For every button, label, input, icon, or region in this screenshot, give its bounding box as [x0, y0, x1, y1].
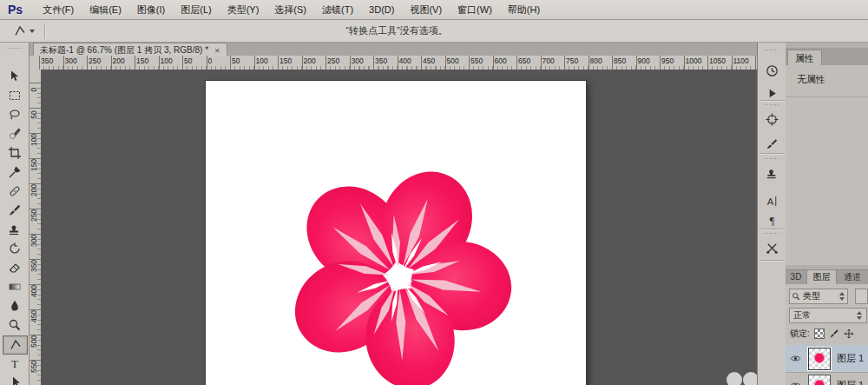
type-tool[interactable]: T [3, 355, 26, 372]
tab-layers[interactable]: 图层 [807, 269, 837, 285]
layer-row[interactable]: 图层 1 [786, 372, 868, 385]
blend-mode-value: 正常 [793, 309, 811, 322]
magnifier-icon [792, 292, 800, 301]
brush-tool[interactable] [3, 202, 26, 219]
crop-tool[interactable] [3, 144, 26, 162]
menu-item-9[interactable]: 窗口(W) [450, 1, 500, 19]
v-ruler-label: 400 [30, 279, 38, 303]
v-ruler-label: 200 [30, 178, 38, 202]
document-tab-title: 未标题-1 @ 66.7% (图层 1 拷贝 3, RGB/8) * [40, 44, 208, 56]
menu-bar: Ps 文件(F)编辑(E)图像(I)图层(L)类型(Y)选择(S)滤镜(T)3D… [0, 0, 868, 20]
convert-point-tool[interactable] [3, 335, 28, 355]
lasso-tool[interactable] [3, 106, 26, 123]
layers-panel: 类型 正常 锁定: 图层 1图层 1 [786, 284, 868, 385]
panel-grip[interactable] [764, 157, 780, 160]
gradient-tool[interactable] [3, 278, 26, 295]
tab-channels[interactable]: 通道 [837, 269, 868, 284]
v-ruler-label: 550 [30, 355, 38, 379]
eyedropper-tool[interactable] [3, 163, 26, 181]
stamp-tool[interactable] [3, 221, 26, 238]
dodge-tool[interactable] [3, 316, 26, 334]
layer-name[interactable]: 图层 1 [837, 379, 864, 385]
tool-preset-picker[interactable] [10, 23, 37, 40]
h-ruler-label: 100 [161, 56, 173, 65]
quick-select-tool[interactable] [3, 125, 26, 143]
options-bar: “转换点工具”没有选项。 [0, 20, 868, 43]
h-ruler-label: 150 [136, 56, 148, 65]
h-ruler-label: 550 [470, 56, 483, 65]
divider [760, 153, 785, 154]
divider [786, 96, 868, 97]
path-select-tool[interactable] [3, 374, 26, 385]
tab-3d[interactable]: 3D [786, 269, 807, 284]
eraser-tool[interactable] [3, 259, 26, 276]
history-brush-tool[interactable] [3, 240, 26, 257]
right-panels: 属性 无属性 3D 图层 通道 类型 正常 锁定: 图层 1图层 1 [786, 43, 868, 385]
menu-item-4[interactable]: 类型(Y) [220, 1, 267, 19]
panel-grip[interactable] [7, 47, 22, 50]
menu-item-1[interactable]: 编辑(E) [82, 1, 129, 19]
menu-item-6[interactable]: 滤镜(T) [314, 1, 361, 19]
menu-item-2[interactable]: 图像(I) [129, 1, 173, 19]
layer-thumbnail[interactable] [808, 348, 831, 370]
paragraph-panel-icon[interactable]: ¶ [763, 211, 781, 229]
layer-row[interactable]: 图层 1 [786, 345, 868, 373]
menu-item-0[interactable]: 文件(F) [35, 1, 82, 19]
chevron-down-icon [30, 30, 35, 33]
v-ruler-label: 150 [30, 153, 38, 177]
panel-grip[interactable] [764, 49, 780, 51]
menu-item-3[interactable]: 图层(L) [173, 1, 219, 19]
h-ruler-label: 500 [447, 56, 459, 65]
menu-item-10[interactable]: 帮助(H) [500, 1, 548, 19]
clone-source-panel-icon[interactable] [763, 110, 781, 129]
blend-mode-dropdown[interactable]: 正常 [789, 308, 867, 323]
menu-item-5[interactable]: 选择(S) [266, 1, 314, 19]
close-icon[interactable]: × [214, 46, 220, 55]
marquee-tool[interactable] [3, 87, 26, 104]
clone-stamp-panel-icon[interactable] [763, 164, 781, 183]
lock-position-icon[interactable] [844, 329, 854, 339]
layer-visibility-eye-icon[interactable] [786, 382, 805, 385]
tool-presets-panel-icon[interactable] [763, 239, 781, 257]
panel-grip[interactable] [764, 103, 780, 106]
document-tab[interactable]: 未标题-1 @ 66.7% (图层 1 拷贝 3, RGB/8) * × [33, 43, 227, 56]
divider [760, 260, 785, 261]
history-panel-icon[interactable] [763, 62, 781, 80]
lock-transparency-icon[interactable] [814, 329, 825, 339]
v-ruler-label: 100 [30, 128, 38, 152]
layer-name[interactable]: 图层 1 [837, 352, 864, 365]
lock-paint-brush-icon[interactable] [829, 329, 839, 339]
document-tab-strip: 未标题-1 @ 66.7% (图层 1 拷贝 3, RGB/8) * × [0, 43, 757, 56]
actions-panel-icon[interactable] [763, 84, 781, 103]
h-ruler-label: 1000 [686, 56, 702, 65]
layer-filter-dropdown[interactable]: 类型 [789, 289, 848, 304]
document-canvas[interactable] [206, 81, 586, 385]
h-ruler-label: 300 [352, 56, 364, 65]
character-panel-icon[interactable]: A [763, 192, 781, 210]
tool-options-message: “转换点工具”没有选项。 [345, 24, 447, 37]
stepper-icon [857, 311, 863, 320]
h-ruler-label: 300 [65, 56, 77, 65]
panel-grip[interactable] [764, 232, 780, 235]
h-ruler-label: 350 [375, 56, 387, 65]
v-ruler-label: 500 [30, 329, 38, 354]
h-ruler-label: 850 [614, 56, 626, 65]
menu-item-8[interactable]: 视图(V) [402, 1, 450, 19]
stepper-icon [839, 292, 845, 301]
h-ruler-label: 400 [399, 56, 411, 65]
menu-item-7[interactable]: 3D(D) [361, 1, 402, 19]
h-ruler-label: 350 [41, 56, 53, 65]
healing-tool[interactable] [3, 183, 26, 200]
move-tool[interactable] [3, 68, 26, 85]
brush-presets-panel-icon[interactable] [763, 135, 781, 153]
blur-tool[interactable] [3, 297, 26, 315]
layers-tab-strip: 3D 图层 通道 [786, 269, 868, 284]
vertical-ruler: 050100150200250300350400450500550600 [29, 70, 42, 385]
svg-text:¶: ¶ [770, 215, 775, 227]
page-dot [727, 372, 742, 385]
tab-properties[interactable]: 属性 [787, 50, 822, 66]
layer-thumbnail[interactable] [808, 375, 831, 385]
layer-visibility-eye-icon[interactable] [786, 355, 805, 362]
layer-filter-toggle-button[interactable] [855, 289, 868, 304]
h-ruler-label: 450 [423, 56, 435, 65]
